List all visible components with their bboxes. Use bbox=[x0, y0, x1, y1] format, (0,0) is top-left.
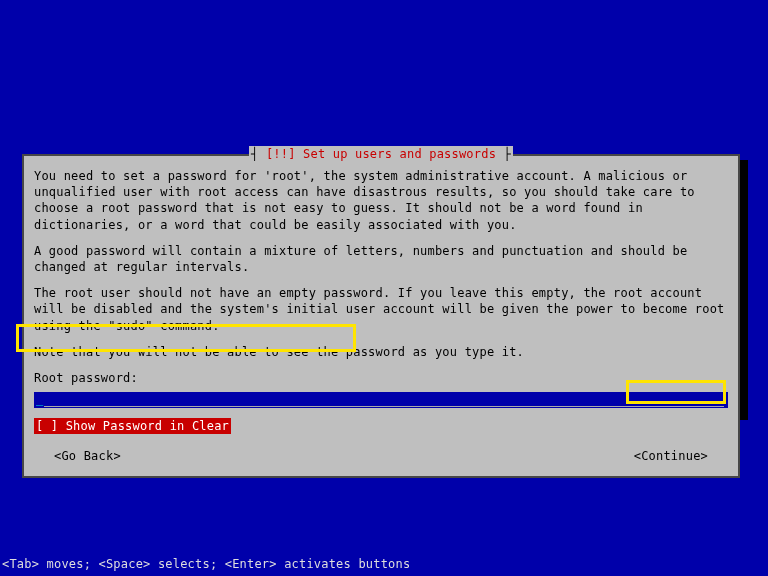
footer-hint: <Tab> moves; <Space> selects; <Enter> ac… bbox=[2, 556, 410, 572]
dialog-title-prefix: [!!] bbox=[266, 147, 303, 161]
dialog-title-wrap: ┤ [!!] Set up users and passwords ├ bbox=[24, 146, 738, 162]
go-back-button[interactable]: <Go Back> bbox=[54, 448, 121, 464]
show-password-checkbox[interactable]: [ ] Show Password in Clear bbox=[34, 418, 231, 434]
root-password-input[interactable]: _ bbox=[34, 392, 728, 408]
dialog-title: ┤ [!!] Set up users and passwords ├ bbox=[249, 146, 513, 162]
password-field-label: Root password: bbox=[34, 370, 728, 386]
continue-button[interactable]: <Continue> bbox=[634, 448, 708, 464]
dialog-paragraph-4: Note that you will not be able to see th… bbox=[34, 344, 728, 360]
input-underline bbox=[44, 406, 724, 407]
dialog-paragraph-3: The root user should not have an empty p… bbox=[34, 285, 728, 334]
text-cursor-icon: _ bbox=[36, 391, 43, 407]
dialog-paragraph-1: You need to set a password for 'root', t… bbox=[34, 168, 728, 233]
dialog-title-text: Set up users and passwords bbox=[303, 147, 496, 161]
dialog-nav-row: <Go Back> <Continue> bbox=[34, 444, 728, 466]
installer-dialog: ┤ [!!] Set up users and passwords ├ You … bbox=[22, 154, 740, 478]
dialog-paragraph-2: A good password will contain a mixture o… bbox=[34, 243, 728, 275]
